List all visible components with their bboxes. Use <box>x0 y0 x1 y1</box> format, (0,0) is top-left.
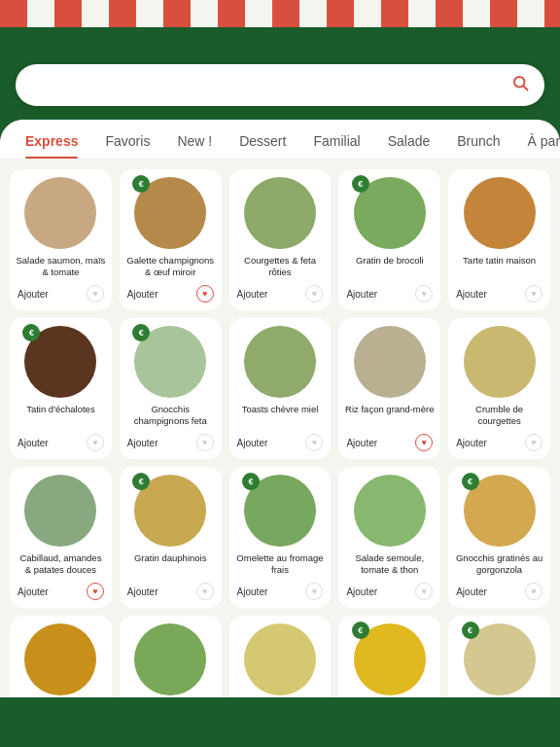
recipe-image-wrap <box>354 326 426 398</box>
add-button[interactable]: Ajouter <box>346 438 377 448</box>
recipe-card[interactable]: Salade semoule, tomate & thonAjouter♥ <box>338 467 440 608</box>
heart-icon[interactable]: ♥ <box>87 583 104 600</box>
recipe-image <box>244 623 316 695</box>
heart-icon[interactable]: ♥ <box>415 285 433 302</box>
tab-express[interactable]: Express <box>12 120 91 159</box>
heart-icon[interactable]: ♥ <box>305 285 323 302</box>
recipe-image <box>354 326 426 398</box>
tab-brunch[interactable]: Brunch <box>443 120 513 159</box>
recipe-add-row: Ajouter♥ <box>454 285 544 302</box>
recipe-image-wrap <box>464 326 536 398</box>
recipe-image <box>464 177 536 249</box>
euro-badge: € <box>352 175 369 193</box>
add-button[interactable]: Ajouter <box>346 587 377 597</box>
recipe-image <box>24 177 96 249</box>
recipe-image-wrap <box>24 475 96 547</box>
add-button[interactable]: Ajouter <box>127 587 158 597</box>
heart-icon[interactable]: ♥ <box>525 583 542 600</box>
heart-icon[interactable]: ♥ <box>87 285 104 302</box>
add-button[interactable]: Ajouter <box>18 438 49 448</box>
recipes-scroll-area[interactable]: Salade saumon, maïs & tomateAjouter♥€Gal… <box>0 160 560 697</box>
recipe-card[interactable]: €Gratin de brocoliAjouter♥ <box>338 169 440 310</box>
euro-badge: € <box>242 473 260 490</box>
heart-icon[interactable]: ♥ <box>196 434 214 451</box>
recipe-add-row: Ajouter♥ <box>125 434 216 451</box>
search-icon[interactable] <box>511 74 529 96</box>
recipe-card[interactable]: €Gratin dauphinoisAjouter♥ <box>120 467 222 608</box>
heart-icon[interactable]: ♥ <box>415 583 433 600</box>
recipe-card[interactable]: Tarte tatin maisonAjouter♥ <box>448 169 550 310</box>
recipe-card[interactable]: Courgettes & feta rôtiesAjouter♥ <box>229 169 332 310</box>
recipe-image <box>464 326 536 398</box>
add-button[interactable]: Ajouter <box>127 438 158 448</box>
heart-icon[interactable]: ♥ <box>415 434 433 451</box>
recipe-card[interactable]: €Gnocchis gratinés au gorgonzolaAjouter♥ <box>448 467 550 608</box>
add-button[interactable]: Ajouter <box>456 289 487 300</box>
heart-icon[interactable]: ♥ <box>305 434 323 451</box>
tab-new[interactable]: New ! <box>163 120 226 159</box>
recipe-card[interactable]: €Bruschetta courgette & abricotAjouter♥ <box>448 616 550 697</box>
heart-icon[interactable]: ♥ <box>305 583 323 600</box>
heart-icon[interactable]: ♥ <box>196 285 214 302</box>
recipe-card[interactable]: €Golden potAjouter♥ <box>338 616 440 697</box>
heart-icon[interactable]: ♥ <box>525 285 542 302</box>
recipe-image-wrap <box>244 623 316 695</box>
recipe-card[interactable]: Toasts chèvre mielAjouter♥ <box>229 318 332 459</box>
add-button[interactable]: Ajouter <box>18 289 49 300</box>
recipe-image-wrap <box>244 177 316 249</box>
add-button[interactable]: Ajouter <box>127 289 158 300</box>
recipe-card[interactable]: Soupe de lentilles & patates doucesAjout… <box>10 616 112 697</box>
recipe-card[interactable]: Polenta & légumes grillésAjouter♥ <box>229 616 332 697</box>
heart-icon[interactable]: ♥ <box>196 583 214 600</box>
search-bar[interactable] <box>16 64 544 106</box>
add-button[interactable]: Ajouter <box>237 438 268 448</box>
recipe-card[interactable]: Crumble de courgettesAjouter♥ <box>448 318 550 459</box>
recipe-name: Riz façon grand-mère <box>345 404 434 429</box>
add-button[interactable]: Ajouter <box>346 289 377 300</box>
recipe-card[interactable]: €Omelette au fromage fraisAjouter♥ <box>229 467 332 608</box>
recipe-name: Gnocchis gratinés au gorgonzola <box>454 552 544 578</box>
tab-salade[interactable]: Salade <box>374 120 444 159</box>
recipes-grid: Salade saumon, maïs & tomateAjouter♥€Gal… <box>10 169 550 697</box>
recipe-add-row: Ajouter♥ <box>16 583 106 600</box>
heart-icon[interactable]: ♥ <box>525 434 542 451</box>
tab-favoris[interactable]: Favoris <box>91 120 163 159</box>
recipe-image-wrap <box>134 623 206 695</box>
recipe-add-row: Ajouter♥ <box>235 434 326 451</box>
recipe-card[interactable]: €Tatin d'échalotesAjouter♥ <box>10 318 112 459</box>
recipe-image-wrap: € <box>464 475 536 547</box>
add-button[interactable]: Ajouter <box>237 289 268 300</box>
recipe-image-wrap: € <box>134 475 206 547</box>
add-button[interactable]: Ajouter <box>18 587 49 597</box>
tab-apart[interactable]: À part <box>514 120 560 159</box>
recipe-image <box>134 623 206 695</box>
add-button[interactable]: Ajouter <box>237 587 268 597</box>
search-bar-container <box>0 64 560 106</box>
recipe-name: Gnocchis champignons feta <box>125 404 216 429</box>
recipe-name: Salade semoule, tomate & thon <box>344 552 435 578</box>
recipe-image-wrap <box>354 475 426 547</box>
recipe-card[interactable]: Salade saumon, maïs & tomateAjouter♥ <box>10 169 112 310</box>
recipe-image <box>354 475 426 547</box>
recipe-name: Toasts chèvre miel <box>242 404 319 429</box>
add-button[interactable]: Ajouter <box>456 438 487 448</box>
recipe-card[interactable]: Cabillaud, amandes & patates doucesAjout… <box>10 467 112 608</box>
recipe-card[interactable]: €Galette champignons & œuf miroirAjouter… <box>120 169 222 310</box>
tab-familial[interactable]: Familial <box>299 120 373 159</box>
recipe-name: Tatin d'échalotes <box>26 404 94 429</box>
recipe-card[interactable]: Riz façon grand-mèreAjouter♥ <box>338 318 440 459</box>
recipe-image-wrap: € <box>354 177 426 249</box>
add-button[interactable]: Ajouter <box>456 587 487 597</box>
recipe-name: Omelette au fromage frais <box>235 552 326 578</box>
recipe-card[interactable]: Gnocchis Epinards GorgonzolaAjouter♥ <box>120 616 222 697</box>
recipe-name: Salade saumon, maïs & tomate <box>16 255 106 280</box>
euro-badge: € <box>352 622 369 639</box>
tab-dessert[interactable]: Dessert <box>226 120 299 159</box>
recipe-name: Courgettes & feta rôties <box>235 255 326 280</box>
recipe-add-row: Ajouter♥ <box>454 583 544 600</box>
heart-icon[interactable]: ♥ <box>87 434 104 451</box>
recipe-card[interactable]: €Gnocchis champignons fetaAjouter♥ <box>120 318 222 459</box>
recipe-add-row: Ajouter♥ <box>235 285 326 302</box>
hero-section <box>0 27 560 64</box>
recipe-add-row: Ajouter♥ <box>344 285 435 302</box>
